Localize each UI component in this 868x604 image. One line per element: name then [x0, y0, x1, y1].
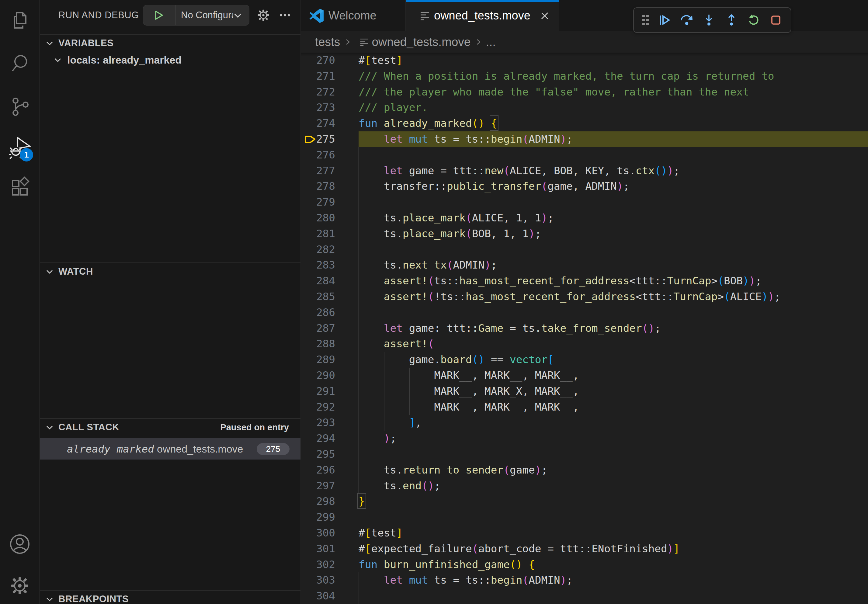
- code-line-291[interactable]: 291 MARK__, MARK_X, MARK__,: [301, 384, 868, 399]
- stack-frame-row[interactable]: already_marked owned_tests.move 275: [40, 438, 301, 460]
- code-line-299[interactable]: 299: [301, 510, 868, 525]
- code-line-271[interactable]: 271/// When a position is already marked…: [301, 68, 868, 84]
- line-number[interactable]: 277: [301, 163, 335, 179]
- code-line-300[interactable]: 300#[test]: [301, 525, 868, 541]
- code-line-293[interactable]: 293 ],: [301, 415, 868, 431]
- line-number[interactable]: 289: [301, 352, 335, 368]
- settings-button[interactable]: [9, 575, 31, 597]
- line-number[interactable]: 295: [301, 446, 335, 462]
- line-number[interactable]: 290: [301, 368, 335, 384]
- line-number[interactable]: 302: [301, 557, 335, 573]
- line-number[interactable]: 291: [301, 384, 335, 399]
- breadcrumb-symbol[interactable]: ...: [486, 35, 496, 49]
- code-line-290[interactable]: 290 MARK__, MARK__, MARK__,: [301, 368, 868, 384]
- line-number[interactable]: 279: [301, 194, 335, 210]
- indent-guide: [409, 368, 410, 384]
- code-line-277[interactable]: 277 let game = ttt::new(ALICE, BOB, KEY,…: [301, 163, 868, 179]
- line-number[interactable]: 303: [301, 572, 335, 588]
- code-line-296[interactable]: 296 ts.return_to_sender(game);: [301, 462, 868, 478]
- breadcrumb-folder[interactable]: tests: [315, 35, 340, 49]
- line-number[interactable]: 287: [301, 321, 335, 336]
- start-debug-button[interactable]: [143, 5, 175, 25]
- breadcrumb-file[interactable]: owned_tests.move: [372, 35, 471, 49]
- tab-owned-tests-move[interactable]: owned_tests.move: [406, 0, 559, 31]
- line-number[interactable]: 284: [301, 273, 335, 289]
- code-line-289[interactable]: 289 game.board() == vector[: [301, 352, 868, 368]
- line-number[interactable]: 288: [301, 336, 335, 352]
- sidebar-item-run-and-debug[interactable]: 1: [9, 137, 31, 159]
- code-line-288[interactable]: 288 assert!(: [301, 336, 868, 352]
- line-number[interactable]: 273: [301, 100, 335, 116]
- indent-guide-active: [358, 226, 359, 242]
- debug-settings-gear[interactable]: [257, 9, 270, 22]
- code-area[interactable]: 270#[test]271/// When a position is alre…: [301, 53, 868, 604]
- line-number[interactable]: 298: [301, 494, 335, 510]
- line-number[interactable]: 280: [301, 210, 335, 226]
- code-line-292[interactable]: 292 MARK__, MARK__, MARK__,: [301, 399, 868, 415]
- code-line-282[interactable]: 282: [301, 242, 868, 258]
- line-number[interactable]: 282: [301, 242, 335, 258]
- sidebar-item-search[interactable]: [9, 52, 31, 74]
- watch-pane-header[interactable]: WATCH: [40, 263, 301, 280]
- code-line-283[interactable]: 283 ts.next_tx(ADMIN);: [301, 257, 868, 273]
- line-number[interactable]: 296: [301, 462, 335, 478]
- account-button[interactable]: [9, 533, 31, 555]
- line-number[interactable]: 300: [301, 525, 335, 541]
- code-line-298[interactable]: 298}: [301, 494, 868, 510]
- line-number[interactable]: 304: [301, 588, 335, 604]
- sidebar-item-extensions[interactable]: [9, 176, 31, 198]
- debug-stop-button[interactable]: [765, 9, 787, 31]
- debug-step-into-button[interactable]: [698, 9, 720, 31]
- code-line-294[interactable]: 294 );: [301, 431, 868, 446]
- code-line-302[interactable]: 302fun burn_unfinished_game() {: [301, 557, 868, 573]
- line-number[interactable]: 293: [301, 415, 335, 431]
- code-line-276[interactable]: 276: [301, 147, 868, 163]
- line-number[interactable]: 292: [301, 399, 335, 415]
- code-line-272[interactable]: 272/// the player who made the "false" m…: [301, 84, 868, 100]
- code-line-273[interactable]: 273/// player.: [301, 100, 868, 116]
- call-stack-pane-header[interactable]: CALL STACK Paused on entry: [40, 419, 301, 436]
- line-number[interactable]: 301: [301, 541, 335, 557]
- debug-config-dropdown[interactable]: No Configura: [143, 5, 250, 26]
- line-number[interactable]: 283: [301, 257, 335, 273]
- code-line-280[interactable]: 280 ts.place_mark(ALICE, 1, 1);: [301, 210, 868, 226]
- toolbar-drag-handle[interactable]: [637, 9, 653, 31]
- line-number[interactable]: 276: [301, 147, 335, 163]
- variables-pane-header[interactable]: VARIABLES: [40, 35, 301, 52]
- debug-step-over-button[interactable]: [676, 9, 698, 31]
- line-number[interactable]: 294: [301, 431, 335, 446]
- code-line-281[interactable]: 281 ts.place_mark(BOB, 1, 1);: [301, 226, 868, 242]
- code-line-275[interactable]: 275 let mut ts = ts::begin(ADMIN);: [301, 132, 868, 147]
- tab-welcome[interactable]: Welcome: [301, 0, 406, 31]
- line-number[interactable]: 278: [301, 178, 335, 194]
- line-number[interactable]: 297: [301, 478, 335, 494]
- code-line-287[interactable]: 287 let game: ttt::Game = ts.take_from_s…: [301, 321, 868, 336]
- line-number[interactable]: 286: [301, 305, 335, 321]
- debug-restart-button[interactable]: [742, 9, 764, 31]
- line-number[interactable]: 299: [301, 510, 335, 525]
- debug-step-out-button[interactable]: [720, 9, 742, 31]
- sidebar-item-source-control[interactable]: [9, 96, 31, 118]
- code-line-304[interactable]: 304: [301, 588, 868, 604]
- sidebar-item-explorer[interactable]: [9, 10, 31, 32]
- code-line-301[interactable]: 301#[expected_failure(abort_code = ttt::…: [301, 541, 868, 557]
- code-line-286[interactable]: 286: [301, 305, 868, 321]
- line-number[interactable]: 274: [301, 116, 335, 132]
- code-line-303[interactable]: 303 let mut ts = ts::begin(ADMIN);: [301, 572, 868, 588]
- close-icon[interactable]: [540, 11, 550, 21]
- code-line-284[interactable]: 284 assert!(ts::has_most_recent_for_addr…: [301, 273, 868, 289]
- code-line-297[interactable]: 297 ts.end();: [301, 478, 868, 494]
- code-line-295[interactable]: 295: [301, 446, 868, 462]
- line-number[interactable]: 272: [301, 84, 335, 100]
- line-number[interactable]: 281: [301, 226, 335, 242]
- code-line-274[interactable]: 274fun already_marked() {: [301, 116, 868, 132]
- variables-scope-row[interactable]: locals: already_marked: [40, 52, 301, 68]
- code-line-279[interactable]: 279: [301, 194, 868, 210]
- more-actions-button[interactable]: [279, 9, 292, 22]
- line-number[interactable]: 285: [301, 289, 335, 305]
- line-number[interactable]: 271: [301, 68, 335, 84]
- breakpoints-pane-header[interactable]: BREAKPOINTS: [40, 591, 301, 604]
- code-line-285[interactable]: 285 assert!(!ts::has_most_recent_for_add…: [301, 289, 868, 305]
- debug-continue-button[interactable]: [653, 9, 676, 31]
- code-line-278[interactable]: 278 transfer::public_transfer(game, ADMI…: [301, 178, 868, 194]
